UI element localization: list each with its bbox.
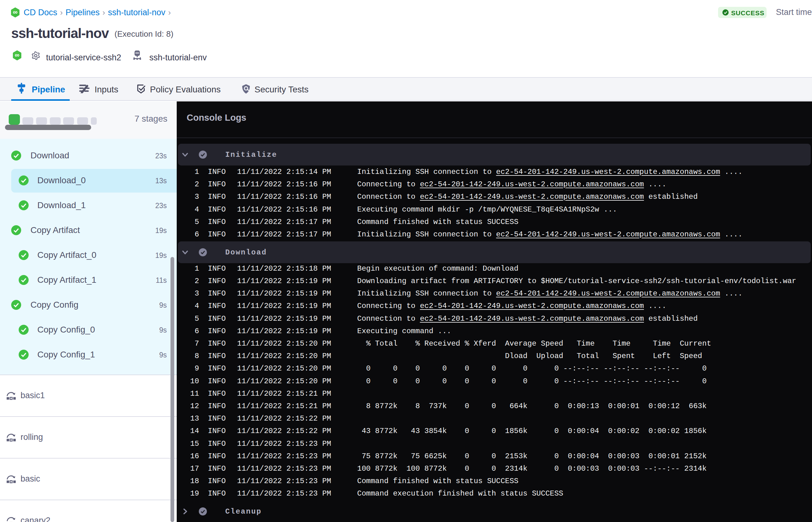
svg-text:∞: ∞ (13, 8, 18, 16)
svg-text:∞: ∞ (15, 51, 20, 59)
